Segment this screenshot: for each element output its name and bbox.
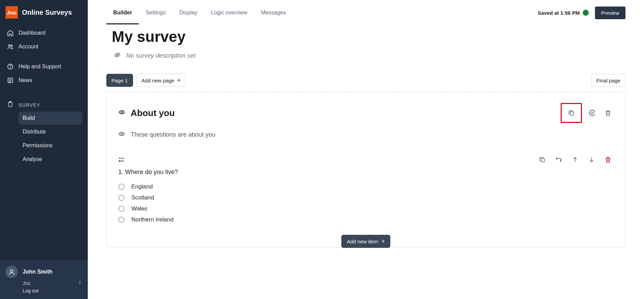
- brand[interactable]: Jisc Online Surveys: [0, 0, 88, 25]
- check-icon: [583, 10, 589, 16]
- sidebar-item-permissions[interactable]: Permissions: [19, 139, 82, 152]
- highlight-annotation: [561, 103, 582, 123]
- toptools: Saved at 1:56 PM Preview: [538, 7, 625, 19]
- option-row[interactable]: Wales: [118, 205, 613, 212]
- section-title: About you: [131, 108, 175, 118]
- nav-survey-group: SURVEY Build Distribute Permissions Anal…: [0, 95, 88, 168]
- sidebar-item-build[interactable]: Build: [19, 112, 82, 125]
- plus-icon: +: [381, 238, 385, 244]
- sidebar-item-help[interactable]: Help and Support: [3, 60, 85, 73]
- option-row[interactable]: Scotland: [118, 194, 613, 201]
- page-tabs-row: Page 1 Add new page + Final page: [106, 74, 625, 87]
- svg-point-1: [11, 45, 12, 46]
- home-icon: [7, 30, 14, 36]
- move-down-button[interactable]: [586, 154, 597, 165]
- sidebar-subnav: Build Distribute Permissions Analyse: [3, 112, 85, 166]
- svg-point-17: [119, 158, 120, 159]
- svg-point-10: [10, 270, 13, 272]
- copy-section-button[interactable]: [566, 107, 577, 118]
- section-header-row: About you: [118, 103, 613, 123]
- sidebar: Jisc Online Surveys Dashboard Account He…: [0, 0, 88, 299]
- avatar: [5, 266, 18, 278]
- sidebar-item-analyse[interactable]: Analyse: [19, 153, 82, 166]
- survey-title[interactable]: My survey: [112, 28, 620, 45]
- svg-point-18: [119, 161, 120, 162]
- canvas: About you: [106, 92, 625, 248]
- eye-icon: [118, 130, 125, 139]
- page-tab-1[interactable]: Page 1: [106, 74, 133, 87]
- logout-link[interactable]: Log out: [5, 288, 82, 294]
- option-label: England: [131, 183, 153, 190]
- content: My survey No survey description set Page…: [88, 25, 644, 261]
- option-label: Northern Ireland: [131, 216, 174, 223]
- tab-logic[interactable]: Logic overview: [204, 1, 254, 24]
- tabs: Builder Settings Display Logic overview …: [106, 1, 293, 24]
- delete-section-button[interactable]: [603, 107, 613, 118]
- svg-rect-14: [570, 112, 574, 115]
- save-status-text: Saved at 1:56 PM: [538, 10, 580, 16]
- radio-icon: [118, 217, 124, 223]
- eye-off-icon: [114, 51, 121, 60]
- user-name: John Smith: [23, 269, 52, 275]
- question-block[interactable]: 1. Where do you live? England Scotland W…: [118, 154, 613, 223]
- add-page-button[interactable]: Add new page +: [136, 74, 186, 87]
- help-icon: [7, 63, 14, 70]
- tab-messages[interactable]: Messages: [254, 1, 293, 24]
- svg-rect-21: [541, 159, 545, 162]
- option-label: Scotland: [131, 194, 154, 201]
- question-text: 1. Where do you live?: [118, 169, 613, 176]
- add-page-label: Add new page: [142, 78, 175, 83]
- question-options: England Scotland Wales Northern Ireland: [118, 183, 613, 223]
- option-row[interactable]: England: [118, 183, 613, 190]
- svg-point-16: [121, 133, 123, 135]
- survey-description-placeholder: No survey description set: [126, 52, 195, 59]
- updown-icon: [77, 280, 82, 286]
- preview-button[interactable]: Preview: [595, 7, 625, 19]
- brand-name: Online Surveys: [22, 9, 72, 16]
- section-title-row[interactable]: About you: [118, 108, 175, 118]
- radio-icon: [118, 206, 124, 212]
- org-name: Jisc: [23, 280, 31, 286]
- clipboard-icon: [7, 101, 14, 109]
- sidebar-item-distribute[interactable]: Distribute: [19, 125, 82, 138]
- section-description-row[interactable]: These questions are about you: [118, 130, 613, 139]
- radio-icon: [118, 195, 124, 201]
- swap-question-button[interactable]: [553, 154, 564, 165]
- user-block: John Smith Jisc Log out: [0, 260, 88, 299]
- svg-point-0: [9, 45, 10, 46]
- tab-builder[interactable]: Builder: [106, 1, 139, 24]
- svg-point-15: [592, 112, 593, 114]
- main: Builder Settings Display Logic overview …: [88, 0, 644, 299]
- tab-settings[interactable]: Settings: [139, 1, 172, 24]
- tab-display[interactable]: Display: [172, 1, 204, 24]
- move-up-button[interactable]: [570, 154, 581, 165]
- sidebar-item-account[interactable]: Account: [3, 40, 85, 54]
- section-settings-button[interactable]: [587, 107, 598, 118]
- question-actions: [537, 154, 613, 165]
- sidebar-item-label: News: [19, 77, 32, 83]
- section-actions: [561, 103, 613, 123]
- option-label: Wales: [131, 205, 147, 212]
- svg-point-3: [10, 68, 11, 68]
- option-row[interactable]: Northern Ireland: [118, 216, 613, 223]
- sidebar-item-label: Dashboard: [19, 30, 45, 36]
- users-icon: [7, 43, 14, 50]
- add-item-label: Add new item: [347, 239, 378, 244]
- sidebar-item-dashboard[interactable]: Dashboard: [3, 26, 85, 40]
- eye-icon: [118, 109, 125, 117]
- delete-question-button[interactable]: [603, 154, 613, 165]
- radio-icon: [118, 184, 124, 190]
- org-switcher[interactable]: Jisc: [5, 280, 82, 286]
- save-status: Saved at 1:56 PM: [538, 10, 589, 16]
- question-top-row: [118, 154, 613, 165]
- nav-primary: Dashboard Account: [0, 25, 88, 55]
- sidebar-group-label: SURVEY: [19, 102, 40, 108]
- sidebar-item-news[interactable]: News: [3, 73, 85, 87]
- survey-description-row[interactable]: No survey description set: [112, 51, 620, 60]
- final-page-button[interactable]: Final page: [591, 74, 625, 87]
- add-item-button[interactable]: Add new item +: [341, 235, 390, 248]
- topbar: Builder Settings Display Logic overview …: [88, 0, 644, 25]
- sidebar-group-survey[interactable]: SURVEY: [3, 96, 85, 111]
- copy-question-button[interactable]: [537, 154, 548, 165]
- sidebar-item-label: Account: [19, 44, 38, 50]
